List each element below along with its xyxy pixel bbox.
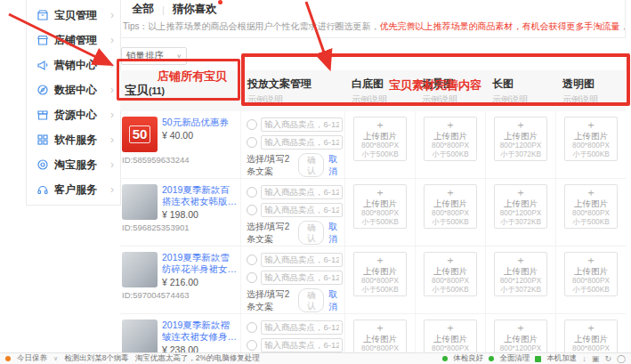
confirm-button[interactable]: 确认 — [298, 288, 324, 312]
confirm-button[interactable]: 确认 — [298, 153, 324, 177]
sidebar-item-data-center[interactable]: 数据中心 › — [27, 77, 120, 102]
checkbox[interactable] — [247, 205, 257, 215]
selling-point-input[interactable] — [261, 271, 343, 285]
selling-point-input[interactable] — [261, 135, 343, 150]
selling-point-input[interactable] — [261, 320, 343, 335]
upload-image-button[interactable]: ＋ 上传图片 800*800PX 小于500KB — [353, 184, 407, 229]
plus-icon: ＋ — [354, 119, 406, 131]
product-id: ID:597004574463 — [122, 290, 237, 300]
upload-image-button[interactable]: ＋ 上传图片 800*800PX 小于500KB — [353, 252, 407, 296]
example-link[interactable]: 示例说明 — [247, 93, 344, 106]
upload-limit-spec: 小于500KB — [356, 150, 403, 159]
product-table: 宝贝(11) 投放文案管理 示例说明 白底图 示例说明 场景图 示例说明 长图 … — [120, 70, 626, 364]
refresh-icon[interactable]: ↻ — [604, 354, 611, 363]
selling-point-input[interactable] — [261, 203, 343, 217]
column-title: 长图 — [492, 77, 555, 92]
tab-all[interactable]: 全部 — [132, 2, 154, 17]
upload-image-button[interactable]: ＋ 上传图片 800*1200PX 小于3072KB — [494, 184, 547, 229]
sidebar-item-supply-center[interactable]: 货源中心 › — [27, 102, 120, 127]
sidebar-item-customer-service[interactable]: 客户服务 › — [27, 177, 120, 202]
example-link[interactable]: 示例说明 — [492, 93, 555, 106]
upload-image-button[interactable]: ＋ 上传图片 800*1200PX 小于3072KB — [494, 252, 547, 296]
product-image[interactable] — [122, 320, 158, 355]
plus-icon: ＋ — [425, 255, 476, 266]
checkbox[interactable] — [247, 322, 257, 333]
selling-point-input[interactable] — [261, 253, 343, 267]
upload-image-button[interactable]: ＋ 上传图片 800*1200PX 小于3072KB — [494, 117, 547, 161]
speedup-status-icon — [535, 356, 541, 362]
plus-icon: ＋ — [565, 255, 617, 266]
taskbar-item[interactable]: 淘宝优惠太高了，2%的电脑修复处理 — [135, 353, 260, 364]
upload-image-button[interactable]: ＋ 上传图片 800*800PX 小于500KB — [424, 117, 477, 161]
health-status-icon — [442, 356, 448, 361]
upload-limit-spec: 小于3072KB — [497, 286, 544, 295]
selling-point-input[interactable] — [261, 117, 343, 132]
download-icon[interactable]: ↓ — [582, 354, 587, 363]
sidebar-item-product-manage[interactable]: 宝贝管理 › — [27, 3, 120, 28]
sort-select[interactable]: 销量排序 ∨ — [121, 47, 187, 65]
table-row: 2019夏季新款雪纺碎花半身裙女中长款韩版百 ¥ 216.00 ID:59700… — [120, 247, 626, 314]
long-image-cell: ＋ 上传图片 800*1200PX 小于3072KB — [485, 111, 555, 178]
product-image[interactable] — [122, 184, 158, 220]
product-title-link[interactable]: 2019夏季新款褶皱连衣裙女修身显瘦小众网红 — [162, 320, 237, 343]
cancel-link[interactable]: 取消 — [328, 288, 341, 313]
plus-icon: ＋ — [354, 255, 406, 266]
checkbox[interactable] — [247, 187, 257, 198]
upload-image-button[interactable]: ＋ 上传图片 800*800PX 小于500KB — [424, 184, 477, 229]
product-title-link[interactable]: 50元新品优惠券 — [162, 117, 229, 128]
upload-size-spec: 800*800PX — [567, 276, 614, 285]
plus-icon: ＋ — [425, 322, 476, 334]
sidebar-item-software-service[interactable]: 软件服务 › — [27, 127, 120, 152]
upload-image-button[interactable]: ＋ 上传图片 800*800PX 小于500KB — [424, 252, 477, 296]
tab-guess-you-like[interactable]: 猜你喜欢 — [173, 2, 217, 17]
checkbox[interactable] — [247, 137, 257, 148]
confirm-button[interactable]: 确认 — [298, 221, 324, 245]
sidebar-item-taobao-service[interactable]: 淘宝服务 › — [27, 152, 120, 177]
product-image[interactable] — [122, 252, 158, 287]
checkbox[interactable] — [247, 272, 257, 283]
headset-icon — [36, 183, 49, 196]
taskbar-item[interactable]: 检测出刘某8个病毒 — [64, 353, 129, 364]
example-link[interactable]: 示例说明 — [422, 93, 485, 106]
cancel-link[interactable]: 取消 — [328, 153, 341, 178]
upload-image-button[interactable]: ＋ 上传图片 800*800PX 小于500KB — [564, 184, 618, 229]
upload-size-spec: 800*800PX — [356, 276, 403, 285]
upload-label: 上传图片 — [425, 334, 476, 344]
chevron-right-icon: › — [110, 134, 114, 145]
tips-suffix: ，请按规范上传素材 — [620, 21, 625, 31]
table-row: 50 50元新品优惠券 ¥ 40.00 ID:585959633244 — [120, 111, 626, 179]
checkbox[interactable] — [247, 255, 257, 265]
upload-label: 上传图片 — [495, 198, 546, 208]
selling-point-input[interactable] — [261, 185, 343, 199]
product-id: ID:585959633244 — [122, 155, 237, 165]
product-title-link[interactable]: 2019夏季新款百搭连衣裙女韩版短袖T恤中长款 — [162, 184, 237, 207]
checkbox[interactable] — [247, 340, 257, 351]
table-body: 50 50元新品优惠券 ¥ 40.00 ID:585959633244 — [120, 111, 626, 364]
grid-icon — [36, 133, 49, 146]
window-icon[interactable]: ▣ — [592, 354, 600, 363]
chevron-right-icon: › — [110, 60, 114, 70]
sidebar-item-shop-manage[interactable]: 店铺管理 › — [27, 28, 120, 53]
taskbar-item[interactable]: 本机加速 — [546, 353, 577, 364]
example-link[interactable]: 示例说明 — [562, 93, 626, 106]
power-icon[interactable]: ◯ — [617, 354, 626, 363]
sidebar-item-label: 数据中心 — [54, 83, 97, 98]
product-image[interactable]: 50 — [122, 117, 158, 152]
example-link[interactable]: 示例说明 — [352, 93, 415, 106]
upload-image-button[interactable]: ＋ 上传图片 800*800PX 小于500KB — [564, 252, 618, 296]
upload-label: 上传图片 — [565, 266, 617, 276]
upload-image-button[interactable]: ＋ 上传图片 800*800PX 小于500KB — [353, 117, 407, 161]
selling-point-input[interactable] — [261, 338, 343, 352]
taskbar-item[interactable]: 全面清理 — [499, 353, 530, 364]
taskbar-item[interactable]: 今日保养 — [17, 353, 47, 364]
upload-image-button[interactable]: ＋ 上传图片 800*800PX 小于500KB — [564, 117, 618, 161]
checkbox[interactable] — [247, 119, 257, 130]
product-title-link[interactable]: 2019夏季新款雪纺碎花半身裙女中长款韩版百 — [162, 252, 237, 275]
chevron-down-icon[interactable]: ∨ — [53, 355, 58, 362]
cancel-link[interactable]: 取消 — [328, 221, 341, 246]
taskbar-item[interactable]: 体检良好 — [453, 353, 483, 364]
sidebar-item-marketing-center[interactable]: 营销中心 › — [27, 53, 120, 77]
column-header-scene: 场景图 示例说明 — [415, 70, 485, 111]
plus-icon: ＋ — [495, 322, 546, 334]
upload-size-spec: 800*800PX — [356, 344, 403, 352]
